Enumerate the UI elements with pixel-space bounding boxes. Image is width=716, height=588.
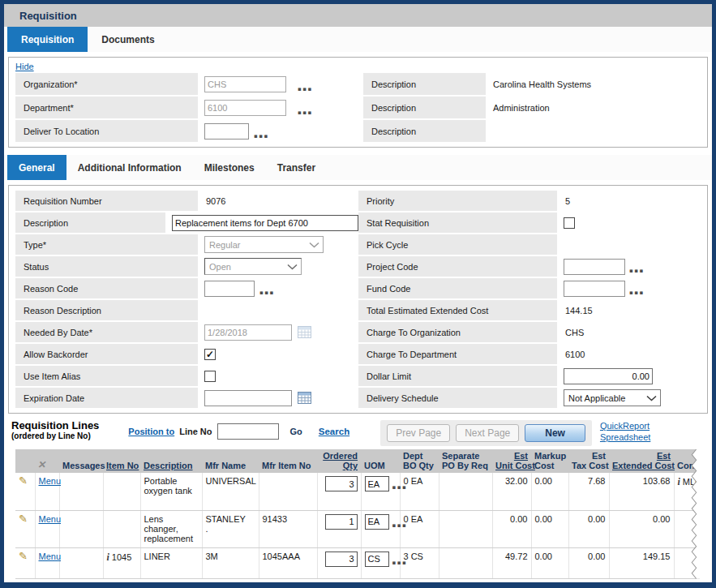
department-label: Department* xyxy=(15,97,198,118)
line-no-input[interactable] xyxy=(217,423,279,440)
est-unit-cost-column-header[interactable]: EstUnit Cost xyxy=(492,449,531,473)
use-item-alias-checkbox[interactable] xyxy=(204,371,216,382)
total-estimated-extended-cost-value: 144.15 xyxy=(564,306,593,315)
header-panel: Hide Organization* ▪▪▪ Description Carol… xyxy=(8,57,708,148)
deliver-to-location-lookup-icon[interactable]: ▪▪▪ xyxy=(254,133,269,139)
est-extended-cost-column-header[interactable]: EstExtended Cost xyxy=(609,449,674,473)
spreadsheet-link[interactable]: Spreadsheet xyxy=(600,432,650,442)
ordered-qty-input[interactable] xyxy=(325,552,358,567)
priority-value: 5 xyxy=(564,196,570,206)
uom-column-header: UOM xyxy=(361,449,400,473)
next-page-button[interactable]: Next Page xyxy=(456,424,519,442)
mfr-item-no-column-header: Mfr Item No xyxy=(259,449,317,473)
description-cell: Portable oxygen tank xyxy=(140,473,202,510)
ordered-qty-column-header[interactable]: OrderedQty xyxy=(317,449,361,473)
edit-column-header xyxy=(15,449,35,473)
expiration-date-input[interactable] xyxy=(204,390,292,406)
uom-input[interactable] xyxy=(365,476,389,491)
item-no-cell xyxy=(103,473,140,510)
info-icon[interactable]: i xyxy=(107,552,109,563)
tab-general[interactable]: General xyxy=(7,155,66,180)
project-code-lookup-icon[interactable]: ▪▪▪ xyxy=(629,268,645,274)
needed-by-date-label: Needed By Date* xyxy=(15,322,198,342)
reason-code-lookup-icon[interactable]: ▪▪▪ xyxy=(259,290,275,296)
deliver-to-description-label: Description xyxy=(363,120,486,142)
deliver-to-location-row: Deliver To Location ▪▪▪ Description xyxy=(15,120,701,142)
tab-additional-information[interactable]: Additional Information xyxy=(66,155,193,180)
dept-bo-qty-column-header: DeptBO Qty xyxy=(400,449,439,473)
calendar-icon[interactable] xyxy=(298,326,311,338)
hide-link[interactable]: Hide xyxy=(15,62,34,71)
tab-documents[interactable]: Documents xyxy=(88,27,168,52)
row-menu-link[interactable]: Menu xyxy=(39,514,62,524)
position-to-link[interactable]: Position to xyxy=(128,427,174,436)
deliver-to-location-input[interactable] xyxy=(204,123,249,139)
project-code-input[interactable] xyxy=(564,259,625,275)
department-input[interactable] xyxy=(204,100,286,116)
general-panel: Requisition Number 9076 Description Type… xyxy=(8,185,708,414)
go-button[interactable]: Go xyxy=(290,427,302,436)
new-button[interactable]: New xyxy=(525,424,585,442)
tab-transfer[interactable]: Transfer xyxy=(266,155,327,180)
messages-cell xyxy=(59,547,103,578)
uom-input[interactable] xyxy=(365,514,389,530)
organization-input[interactable] xyxy=(204,76,286,92)
uom-input[interactable] xyxy=(365,552,389,567)
search-link[interactable]: Search xyxy=(319,427,349,436)
edit-pencil-icon[interactable]: ✎ xyxy=(19,476,28,486)
row-menu-link[interactable]: Menu xyxy=(39,476,62,486)
row-menu-link[interactable]: Menu xyxy=(39,552,62,561)
quickreport-link[interactable]: QuickReport xyxy=(600,421,650,431)
needed-by-date-input[interactable] xyxy=(204,324,292,341)
edit-pencil-icon[interactable]: ✎ xyxy=(19,552,28,561)
total-estimated-extended-cost-label: Total Estimated Extended Cost xyxy=(358,300,557,320)
delivery-schedule-select[interactable]: Not Applicable xyxy=(564,389,661,406)
calendar-icon[interactable] xyxy=(298,392,311,404)
item-no-column-header[interactable]: Item No xyxy=(103,449,140,473)
delete-all-icon[interactable]: ✕ xyxy=(37,459,48,470)
dept-bo-qty-cell: 0 EA xyxy=(400,510,439,547)
description-column-header[interactable]: Description xyxy=(140,449,202,473)
ordered-qty-input[interactable] xyxy=(325,476,358,491)
mfr-item-no-cell xyxy=(259,473,317,510)
dollar-limit-label: Dollar Limit xyxy=(358,366,557,386)
requisition-lines-table-wrapper: ✕ Messages Item No Description Mfr Name … xyxy=(15,449,700,579)
tab-milestones[interactable]: Milestones xyxy=(193,155,266,180)
table-row: ✎ Menu i1045 LINER 3M 1045AAA ▪▪▪ 3 CS 4… xyxy=(15,547,700,578)
type-select[interactable]: Regular xyxy=(204,236,324,253)
dollar-limit-input[interactable] xyxy=(564,368,653,384)
allow-backorder-checkbox[interactable] xyxy=(204,349,216,360)
allow-backorder-label: Allow Backorder xyxy=(15,344,198,364)
charge-to-organization-value: CHS xyxy=(564,328,584,337)
reason-code-input[interactable] xyxy=(204,281,255,297)
messages-column-header: Messages xyxy=(59,449,103,473)
messages-cell xyxy=(59,510,103,547)
edit-pencil-icon[interactable]: ✎ xyxy=(19,514,28,524)
charge-to-organization-label: Charge To Organization xyxy=(358,322,557,342)
page-title: Requisition xyxy=(19,10,77,22)
type-label: Type* xyxy=(15,234,198,255)
prev-page-button[interactable]: Prev Page xyxy=(387,424,450,442)
department-description-label: Description xyxy=(363,97,486,118)
status-select[interactable]: Open xyxy=(204,258,302,275)
table-header-row: ✕ Messages Item No Description Mfr Name … xyxy=(15,449,700,473)
requisition-window: Requisition Requisition Documents Hide O… xyxy=(0,0,716,588)
tab-requisition[interactable]: Requisition xyxy=(7,27,88,52)
markup-cost-cell: 0.00 xyxy=(531,510,568,547)
charge-to-department-value: 6100 xyxy=(564,350,585,359)
department-lookup-icon[interactable]: ▪▪▪ xyxy=(298,109,313,116)
description-input[interactable] xyxy=(172,215,358,231)
fund-code-input[interactable] xyxy=(564,281,625,297)
pick-cycle-label: Pick Cycle xyxy=(358,234,557,255)
deliver-to-location-label: Deliver To Location xyxy=(15,120,198,142)
detail-tab-strip: General Additional Information Milestone… xyxy=(4,155,712,180)
delivery-schedule-value: Not Applicable xyxy=(568,393,625,403)
description-label: Description xyxy=(15,212,165,233)
info-icon[interactable]: i xyxy=(678,476,680,487)
description-cell: Lens changer, replacement xyxy=(140,510,202,547)
type-value: Regular xyxy=(209,240,241,250)
fund-code-lookup-icon[interactable]: ▪▪▪ xyxy=(629,290,645,296)
organization-lookup-icon[interactable]: ▪▪▪ xyxy=(298,86,313,92)
stat-requisition-checkbox[interactable] xyxy=(564,217,575,229)
ordered-qty-input[interactable] xyxy=(325,514,358,530)
